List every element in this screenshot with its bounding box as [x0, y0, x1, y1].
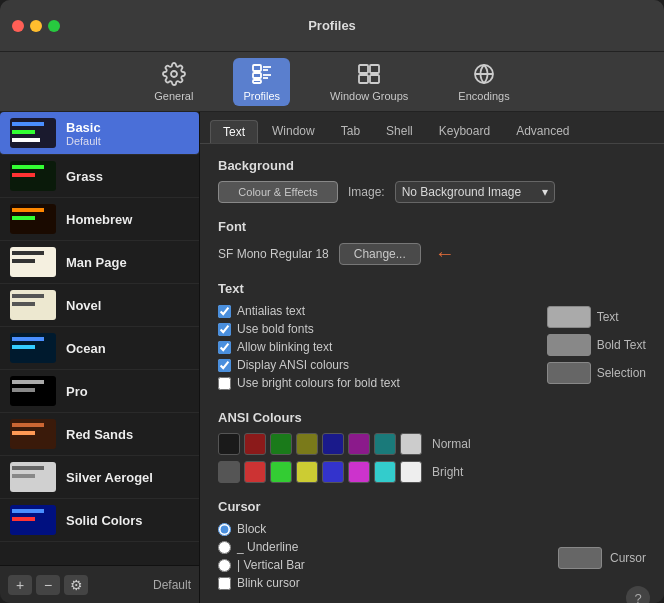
image-label: Image: [348, 185, 385, 199]
maximize-button[interactable] [48, 20, 60, 32]
cursor-block-radio[interactable] [218, 523, 231, 536]
cursor-vbar-radio[interactable] [218, 559, 231, 572]
sidebar-item-novel[interactable]: Novel [0, 284, 199, 327]
cursor-color-swatch[interactable] [558, 547, 602, 569]
colour-effects-button[interactable]: Colour & Effects [218, 181, 338, 203]
bright-checkbox[interactable] [218, 377, 231, 390]
toolbar-item-general[interactable]: General [144, 58, 203, 106]
minimize-button[interactable] [30, 20, 42, 32]
ansi-swatch-gray[interactable] [218, 461, 240, 483]
blink-checkbox[interactable] [218, 341, 231, 354]
selection-swatch-row: Selection [547, 362, 646, 384]
cursor-underline-radio[interactable] [218, 541, 231, 554]
sidebar-ocean-name: Ocean [66, 341, 106, 356]
toolbar-encodings-label: Encodings [458, 90, 509, 102]
cursor-color-col: Cursor [558, 522, 646, 594]
sidebar-item-ocean[interactable]: Ocean [0, 327, 199, 370]
bold-text-color-swatch[interactable] [547, 334, 591, 356]
ansi-checkbox[interactable] [218, 359, 231, 372]
background-image-value: No Background Image [402, 185, 521, 199]
font-title: Font [218, 219, 646, 234]
ansi-swatch-yellow[interactable] [296, 461, 318, 483]
ansi-swatch-lightgray[interactable] [400, 433, 422, 455]
select-chevron-icon: ▾ [542, 185, 548, 199]
tab-tab[interactable]: Tab [329, 120, 372, 143]
antialias-checkbox[interactable] [218, 305, 231, 318]
svg-rect-8 [359, 65, 368, 73]
blink-cursor-checkbox[interactable] [218, 577, 231, 590]
sidebar-list: Basic Default Grass [0, 112, 199, 565]
toolbar-item-encodings[interactable]: Encodings [448, 58, 519, 106]
tab-keyboard[interactable]: Keyboard [427, 120, 502, 143]
text-swatch-label: Text [597, 310, 619, 324]
profiles-icon [250, 62, 274, 86]
ansi-swatch-black[interactable] [218, 433, 240, 455]
blink-row: Allow blinking text [218, 340, 517, 354]
sidebar-item-pro[interactable]: Pro [0, 370, 199, 413]
ansi-swatch-olive[interactable] [296, 433, 318, 455]
ansi-swatch-blue[interactable] [322, 461, 344, 483]
sidebar-item-homebrew[interactable]: Homebrew [0, 198, 199, 241]
toolbar-general-label: General [154, 90, 193, 102]
sidebar-basic-name: Basic [66, 120, 101, 135]
title-bar: Profiles [0, 0, 664, 52]
sidebar-homebrew-info: Homebrew [66, 212, 132, 227]
toolbar-item-window-groups[interactable]: Window Groups [320, 58, 418, 106]
sidebar-solidcolors-info: Solid Colors [66, 513, 143, 528]
text-section: Text Antialias text Use bold fonts [218, 281, 646, 394]
ansi-label: Display ANSI colours [237, 358, 349, 372]
sidebar-item-silveraerogel[interactable]: Silver Aerogel [0, 456, 199, 499]
tab-window[interactable]: Window [260, 120, 327, 143]
tab-text[interactable]: Text [210, 120, 258, 143]
ansi-swatch-cyan[interactable] [374, 461, 396, 483]
cursor-two-col: Block _ Underline | Vertical Bar [218, 522, 646, 594]
ansi-swatch-white[interactable] [400, 461, 422, 483]
ansi-swatch-green[interactable] [270, 433, 292, 455]
colour-effects-label: Colour & Effects [238, 186, 317, 198]
sidebar-manpage-name: Man Page [66, 255, 127, 270]
close-button[interactable] [12, 20, 24, 32]
sidebar-novel-name: Novel [66, 298, 101, 313]
bold-text-swatch-row: Bold Text [547, 334, 646, 356]
change-font-button[interactable]: Change... [339, 243, 421, 265]
sidebar-grass-name: Grass [66, 169, 103, 184]
ansi-swatch-red[interactable] [244, 461, 266, 483]
sidebar-item-grass[interactable]: Grass [0, 155, 199, 198]
ansi-bright-row: Bright [218, 461, 646, 483]
ansi-title: ANSI Colours [218, 410, 646, 425]
ansi-swatch-teal[interactable] [374, 433, 396, 455]
tab-shell[interactable]: Shell [374, 120, 425, 143]
ansi-swatch-brightpurple[interactable] [348, 461, 370, 483]
toolbar-item-profiles[interactable]: Profiles [233, 58, 290, 106]
ansi-swatch-brightgreen[interactable] [270, 461, 292, 483]
sidebar-thumb-ocean [10, 333, 56, 363]
ansi-swatch-darkred[interactable] [244, 433, 266, 455]
sidebar-item-solidcolors[interactable]: Solid Colors [0, 499, 199, 542]
tab-advanced[interactable]: Advanced [504, 120, 581, 143]
cursor-vbar-label: | Vertical Bar [237, 558, 305, 572]
cursor-color-label: Cursor [610, 551, 646, 565]
selection-color-swatch[interactable] [547, 362, 591, 384]
text-color-swatch[interactable] [547, 306, 591, 328]
ansi-normal-label: Normal [432, 437, 472, 451]
ansi-swatch-darkblue[interactable] [322, 433, 344, 455]
bold-checkbox[interactable] [218, 323, 231, 336]
sidebar-thumb-pro [10, 376, 56, 406]
add-profile-button[interactable]: + [8, 575, 32, 595]
sidebar-thumb-novel [10, 290, 56, 320]
background-image-select[interactable]: No Background Image ▾ [395, 181, 555, 203]
sidebar-item-redsands[interactable]: Red Sands [0, 413, 199, 456]
ansi-swatch-purple[interactable] [348, 433, 370, 455]
sidebar-novel-info: Novel [66, 298, 101, 313]
sidebar-thumb-manpage [10, 247, 56, 277]
cursor-options: Block _ Underline | Vertical Bar [218, 522, 528, 594]
help-button[interactable]: ? [626, 586, 650, 603]
selection-swatch-label: Selection [597, 366, 646, 380]
sidebar-item-basic[interactable]: Basic Default [0, 112, 199, 155]
toolbar-profiles-label: Profiles [243, 90, 280, 102]
remove-profile-button[interactable]: − [36, 575, 60, 595]
sidebar-item-manpage[interactable]: Man Page [0, 241, 199, 284]
blink-cursor-label: Blink cursor [237, 576, 300, 590]
more-options-button[interactable]: ⚙ [64, 575, 88, 595]
toolbar: General Profiles Window Groups [0, 52, 664, 112]
